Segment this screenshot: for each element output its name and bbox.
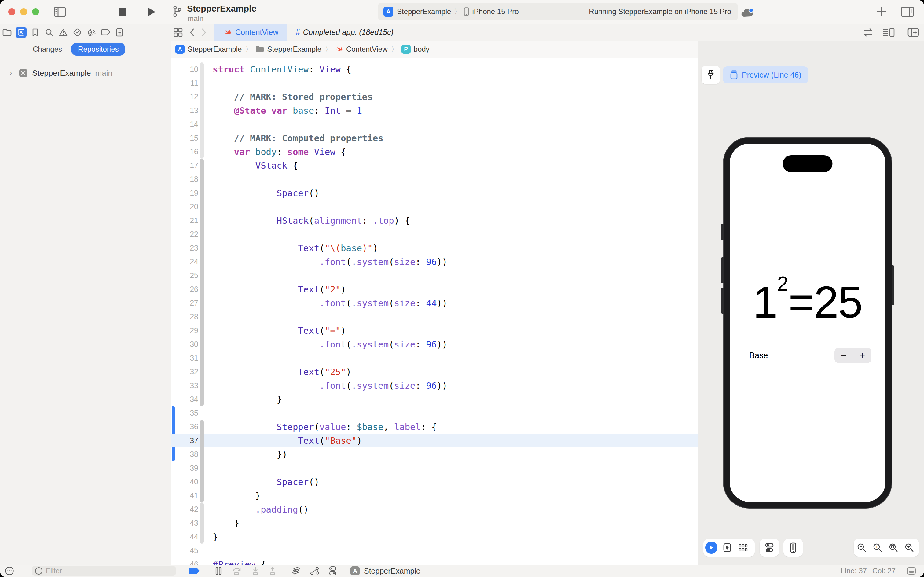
project-navigator-icon[interactable] bbox=[0, 29, 14, 36]
code-line[interactable]: 36 Stepper(value: $base, label: { bbox=[171, 420, 698, 434]
line-number[interactable]: 13 bbox=[171, 106, 198, 115]
code-line[interactable]: 40 Spacer() bbox=[171, 475, 698, 489]
code-line[interactable]: 43 } bbox=[171, 516, 698, 530]
live-preview-button[interactable] bbox=[703, 542, 719, 554]
line-number[interactable]: 32 bbox=[171, 367, 198, 376]
code-line[interactable]: 30 .font(.system(size: 96)) bbox=[171, 337, 698, 351]
tab-repositories[interactable]: Repositories bbox=[71, 43, 125, 56]
forward-icon[interactable] bbox=[202, 24, 206, 41]
code-line[interactable]: 33 .font(.system(size: 96)) bbox=[171, 379, 698, 392]
selectable-mode-button[interactable] bbox=[719, 543, 735, 552]
code-line[interactable]: 31 bbox=[171, 351, 698, 365]
line-number[interactable]: 10 bbox=[171, 65, 198, 74]
repo-row[interactable]: › StepperExample main bbox=[0, 66, 171, 80]
line-number[interactable]: 36 bbox=[171, 422, 198, 431]
code-line[interactable]: 39 bbox=[171, 461, 698, 475]
line-number[interactable]: 39 bbox=[171, 464, 198, 472]
line-number[interactable]: 9 bbox=[171, 58, 198, 60]
line-number[interactable]: 29 bbox=[171, 326, 198, 335]
minimize-window-button[interactable] bbox=[20, 8, 27, 15]
line-number[interactable]: 28 bbox=[171, 312, 198, 321]
code-line[interactable]: 15 // MARK: Computed properties bbox=[171, 131, 698, 145]
scheme-project[interactable]: StepperExample bbox=[397, 7, 451, 16]
disclosure-chevron-icon[interactable]: › bbox=[10, 69, 12, 77]
line-number[interactable]: 17 bbox=[171, 161, 198, 170]
code-line[interactable]: 16 var body: some View { bbox=[171, 145, 698, 159]
tab-contentview[interactable]: ContentView bbox=[214, 24, 287, 41]
code-line[interactable]: 41 } bbox=[171, 489, 698, 503]
cloud-sync-icon[interactable] bbox=[740, 8, 754, 18]
code-line[interactable]: 19 Spacer() bbox=[171, 186, 698, 200]
line-number[interactable]: 16 bbox=[171, 147, 198, 156]
zoom-fit-icon[interactable] bbox=[885, 543, 901, 552]
view-hierarchy-icon[interactable] bbox=[291, 566, 301, 575]
close-window-button[interactable] bbox=[8, 8, 15, 15]
line-number[interactable]: 31 bbox=[171, 354, 198, 363]
code-line[interactable]: 18 bbox=[171, 172, 698, 186]
preview-tab-button[interactable]: Preview (Line 46) bbox=[723, 66, 808, 84]
code-line[interactable]: 17 VStack { bbox=[171, 159, 698, 172]
toggle-left-sidebar-icon[interactable] bbox=[54, 7, 66, 17]
line-number[interactable]: 14 bbox=[171, 120, 198, 129]
source-editor[interactable]: 910struct ContentView: View {1112 // MAR… bbox=[171, 58, 698, 565]
zoom-in-icon[interactable] bbox=[901, 543, 917, 552]
code-line[interactable]: 24 .font(.system(size: 96)) bbox=[171, 255, 698, 269]
test-navigator-icon[interactable] bbox=[70, 28, 84, 37]
tab-commit[interactable]: # Completed app. (18ed15c) bbox=[287, 24, 402, 41]
line-number[interactable]: 22 bbox=[171, 230, 198, 239]
line-number[interactable]: 26 bbox=[171, 285, 198, 294]
code-line[interactable]: 29 Text("=") bbox=[171, 324, 698, 337]
line-number[interactable]: 23 bbox=[171, 243, 198, 253]
step-into-icon[interactable] bbox=[251, 567, 259, 575]
code-line[interactable]: 45 bbox=[171, 544, 698, 558]
line-number[interactable]: 20 bbox=[171, 202, 198, 211]
line-number[interactable]: 42 bbox=[171, 505, 198, 514]
line-number[interactable]: 41 bbox=[171, 491, 198, 500]
line-number[interactable]: 37 bbox=[171, 436, 198, 445]
code-line[interactable]: 35 bbox=[171, 406, 698, 420]
line-number[interactable]: 45 bbox=[171, 546, 198, 555]
source-control-navigator-icon[interactable] bbox=[14, 27, 28, 38]
code-line[interactable]: 21 HStack(alignment: .top) { bbox=[171, 214, 698, 227]
breadcrumb-project[interactable]: StepperExample bbox=[188, 45, 242, 53]
code-line[interactable]: 26 Text("2") bbox=[171, 282, 698, 296]
line-number[interactable]: 11 bbox=[171, 79, 198, 87]
breakpoint-navigator-icon[interactable] bbox=[98, 29, 113, 36]
line-number[interactable]: 44 bbox=[171, 532, 198, 541]
breakpoints-toggle-icon[interactable] bbox=[188, 567, 200, 575]
code-line[interactable]: 25 bbox=[171, 269, 698, 282]
breadcrumb-group[interactable]: StepperExample bbox=[267, 45, 321, 53]
filter-input[interactable]: Filter bbox=[32, 566, 176, 576]
debug-navigator-icon[interactable] bbox=[84, 28, 98, 37]
scheme-status-chip[interactable]: A StepperExample 〉 iPhone 15 Pro Running… bbox=[378, 3, 738, 21]
line-number[interactable]: 19 bbox=[171, 189, 198, 197]
line-number[interactable]: 30 bbox=[171, 340, 198, 349]
breadcrumb-file[interactable]: ContentView bbox=[346, 45, 388, 53]
line-number[interactable]: 12 bbox=[171, 92, 198, 101]
breadcrumb-symbol[interactable]: body bbox=[414, 45, 430, 53]
pause-execution-icon[interactable] bbox=[216, 567, 222, 575]
code-line[interactable]: 12 // MARK: Stored properties bbox=[171, 90, 698, 103]
line-number[interactable]: 18 bbox=[171, 175, 198, 184]
zoom-100-icon[interactable]: 1 bbox=[869, 543, 885, 552]
bookmark-navigator-icon[interactable] bbox=[28, 28, 42, 37]
code-line[interactable]: 37 Text("Base") bbox=[171, 434, 698, 447]
stepper-control[interactable]: − + bbox=[834, 348, 871, 363]
filter-options-icon[interactable] bbox=[5, 566, 14, 575]
preview-on-device-button[interactable] bbox=[790, 543, 796, 553]
code-line[interactable]: 13 @State var base: Int = 1 bbox=[171, 103, 698, 118]
device-settings-button[interactable] bbox=[765, 543, 774, 553]
code-line[interactable]: 34 } bbox=[171, 392, 698, 406]
scheme-destination[interactable]: iPhone 15 Pro bbox=[472, 7, 518, 16]
stop-button[interactable] bbox=[118, 8, 127, 16]
bottom-bar-toggle-icon[interactable] bbox=[907, 567, 916, 575]
code-line[interactable]: 27 .font(.system(size: 44)) bbox=[171, 296, 698, 310]
environment-overrides-icon[interactable] bbox=[329, 566, 337, 576]
add-button[interactable] bbox=[876, 6, 887, 17]
line-number[interactable]: 35 bbox=[171, 409, 198, 417]
line-number[interactable]: 34 bbox=[171, 395, 198, 404]
code-line[interactable]: 20 bbox=[171, 200, 698, 214]
editor-options-icon[interactable] bbox=[882, 24, 895, 41]
back-icon[interactable] bbox=[190, 24, 194, 41]
zoom-window-button[interactable] bbox=[32, 8, 39, 15]
